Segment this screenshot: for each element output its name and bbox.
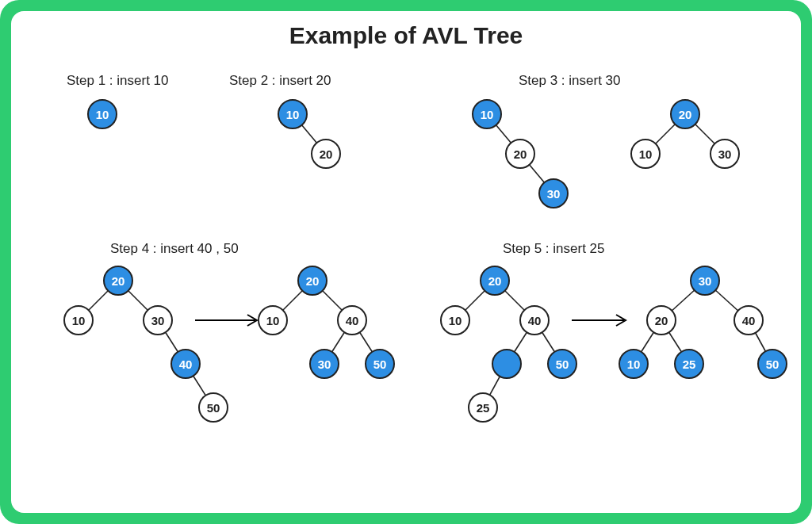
node-label: 10 (96, 108, 109, 121)
node-label: 10 (72, 314, 86, 327)
node-label: 20 (514, 147, 527, 161)
tree-step5-after: 30 20 40 10 25 50 (614, 265, 796, 407)
node-label: 25 (683, 358, 696, 371)
node-label: 10 (627, 358, 641, 371)
node-label: 40 (528, 314, 542, 327)
tree-step3-before: 10 20 30 (471, 98, 598, 225)
tree-step2: 10 20 (277, 98, 372, 186)
node-label: 40 (346, 314, 359, 327)
node-label: 10 (639, 147, 653, 161)
node-label: 50 (373, 358, 387, 371)
node-label: 20 (655, 314, 668, 327)
node-label: 20 (306, 274, 320, 288)
diagram-title: Example of AVL Tree (11, 22, 801, 49)
node-label: 30 (318, 358, 331, 371)
node-label: 10 (266, 314, 280, 327)
node-label: 40 (742, 314, 756, 327)
tree-step4-before: 20 10 30 40 50 (47, 265, 245, 463)
node-label: 40 (179, 358, 193, 371)
step5-label: Step 5 : insert 25 (503, 241, 605, 257)
tree-step4-after: 20 10 40 30 50 (249, 265, 423, 407)
node-label: 30 (699, 274, 712, 288)
diagram-canvas: Example of AVL Tree Step 1 : insert 10 S… (11, 11, 801, 513)
step3-label: Step 3 : insert 30 (519, 73, 621, 89)
node-label: 25 (477, 401, 490, 415)
tree-step5-before: 20 10 40 50 25 (431, 265, 606, 471)
node-label: 10 (481, 108, 494, 121)
step1-label: Step 1 : insert 10 (67, 73, 169, 89)
node-label: 20 (112, 274, 125, 288)
node-label: 50 (766, 358, 779, 371)
node-label: 20 (320, 147, 333, 161)
node-label: 10 (286, 108, 300, 121)
node-label: 20 (488, 274, 502, 288)
node (492, 350, 521, 378)
node-label: 30 (718, 147, 732, 161)
node-label: 50 (207, 401, 220, 415)
node-label: 10 (449, 314, 462, 327)
node-label: 30 (547, 187, 561, 201)
step4-label: Step 4 : insert 40 , 50 (110, 241, 239, 257)
diagram-frame: Example of AVL Tree Step 1 : insert 10 S… (0, 0, 812, 524)
node-label: 30 (151, 314, 165, 327)
node-label: 20 (679, 108, 692, 121)
step2-label: Step 2 : insert 20 (229, 73, 331, 89)
tree-step3-after: 20 10 30 (622, 98, 764, 186)
node-label: 50 (556, 358, 569, 371)
tree-step1: 10 (86, 98, 134, 138)
